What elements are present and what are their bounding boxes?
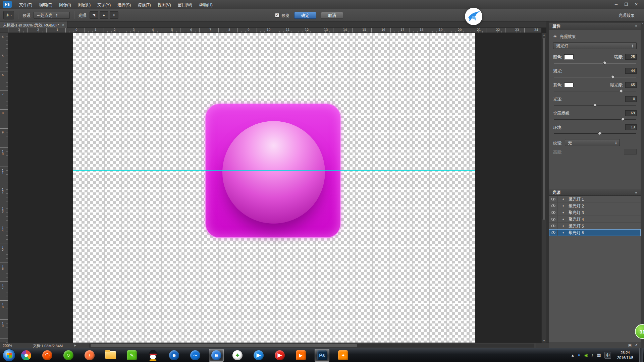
new-light-icon[interactable]: ▣: [628, 343, 631, 347]
ie-icon[interactable]: e: [167, 349, 181, 362]
explorer-folder-icon[interactable]: [103, 349, 118, 362]
scroll-down-icon[interactable]: ▼: [542, 340, 546, 342]
scroll-up-icon[interactable]: ▲: [542, 34, 546, 36]
stepper-icon[interactable]: ▲▼: [632, 44, 634, 48]
light-item-4[interactable]: ♦ 聚光灯 4: [549, 216, 641, 223]
thunder-tray-icon[interactable]: ✦: [577, 353, 581, 358]
metallic-value-field[interactable]: 69: [625, 110, 637, 116]
exposure-value-field[interactable]: 65: [625, 82, 637, 88]
start-button[interactable]: [3, 349, 15, 362]
firefox-icon[interactable]: ◗: [82, 349, 97, 362]
properties-panel-header[interactable]: 属性 ≡: [549, 23, 641, 29]
minimize-button[interactable]: ─: [611, 1, 621, 8]
light-type-dropdown[interactable]: 聚光灯 ▲▼: [553, 42, 637, 49]
light-item-2[interactable]: ♦ 聚光灯 2: [549, 202, 641, 209]
thunder-floating-icon[interactable]: [465, 7, 483, 25]
lighting-tool-icon[interactable]: ☀ ▾: [3, 11, 14, 19]
thunder-taskbar-icon[interactable]: ∼: [188, 349, 203, 362]
menu-item-3[interactable]: 图层(L): [74, 0, 94, 9]
horizontal-scrollbar[interactable]: [89, 344, 534, 348]
menu-item-5[interactable]: 选择(S): [114, 0, 134, 9]
ambience-value-field[interactable]: 13: [625, 124, 637, 130]
storm-player-icon[interactable]: ◠: [40, 349, 55, 362]
intensity-value-field[interactable]: 25: [625, 54, 637, 60]
light-item-6[interactable]: ♦ 聚光灯 6: [549, 229, 641, 236]
light-type-0-icon[interactable]: ◥: [90, 11, 98, 19]
maximize-button[interactable]: ❐: [621, 1, 631, 8]
gloss-value-field[interactable]: 0: [625, 96, 637, 102]
gloss-slider[interactable]: [554, 103, 636, 108]
lights-panel-header[interactable]: 光源 ≡: [549, 189, 641, 196]
stepper-icon[interactable]: ▲▼: [615, 141, 617, 145]
menu-item-4[interactable]: 文字(Y): [94, 0, 114, 9]
preview-checkbox-group[interactable]: ✓ 预览: [275, 12, 289, 18]
panel-menu-icon[interactable]: ≡: [635, 190, 637, 194]
preview-checkbox[interactable]: ✓: [275, 13, 279, 17]
menu-item-2[interactable]: 图像(I): [56, 0, 74, 9]
visibility-eye-icon[interactable]: [549, 196, 558, 202]
kankan-icon[interactable]: ▶: [293, 349, 308, 362]
delete-light-icon[interactable]: ✗: [635, 343, 638, 347]
exposure-color-swatch[interactable]: [564, 82, 574, 87]
document-tab[interactable]: 未标题-1 @ 200% (光效, RGB/8) * ×: [0, 21, 67, 28]
hotspot-slider[interactable]: [554, 75, 636, 79]
exposure-slider[interactable]: [554, 89, 636, 94]
canvas[interactable]: [73, 33, 475, 343]
blue-player-icon[interactable]: ▶: [251, 349, 266, 362]
intensity-slider[interactable]: [554, 61, 636, 65]
menu-item-0[interactable]: 文件(F): [16, 0, 36, 9]
media-pinwheel-icon[interactable]: [19, 349, 34, 362]
light-item-1[interactable]: ♦ 聚光灯 1: [549, 196, 641, 202]
hotspot-value-field[interactable]: 44: [625, 68, 637, 74]
light-item-3[interactable]: ♦ 聚光灯 3: [549, 209, 641, 216]
ambience-slider[interactable]: [554, 131, 636, 136]
show-desktop-button[interactable]: [639, 348, 643, 362]
vertical-scroll-thumb[interactable]: [542, 38, 546, 220]
status-menu-arrow-icon[interactable]: ▶: [74, 344, 76, 347]
light-item-5[interactable]: ♦ 聚光灯 5: [549, 223, 641, 229]
panel-collapse-strip[interactable]: «: [641, 21, 644, 348]
volume-tray-icon[interactable]: ♪: [591, 353, 594, 358]
cancel-button[interactable]: 取消: [321, 12, 343, 19]
ime-language-indicator[interactable]: 中: [604, 352, 611, 359]
visibility-eye-icon[interactable]: [549, 229, 558, 236]
lighting-effect-icon: ☀: [553, 34, 557, 39]
menu-item-9[interactable]: 帮助(H): [196, 0, 216, 9]
photoshop-icon[interactable]: Ps: [315, 349, 329, 362]
menu-item-6[interactable]: 滤镜(T): [134, 0, 154, 9]
paw-icon[interactable]: ♣: [230, 349, 245, 362]
visibility-eye-icon[interactable]: [549, 202, 558, 209]
safety-tray-icon[interactable]: ◉: [584, 353, 588, 358]
vertical-scrollbar[interactable]: ▲ ▼: [541, 33, 546, 343]
stepper-icon[interactable]: ▲▼: [56, 13, 58, 17]
notes-icon[interactable]: ✎: [124, 349, 139, 362]
visibility-eye-icon[interactable]: [549, 216, 558, 222]
green-browser-icon[interactable]: ○: [61, 349, 76, 362]
document-window: 未标题-1 @ 200% (光效, RGB/8) * × 32101234567…: [0, 21, 549, 348]
ok-button[interactable]: 确定: [294, 12, 316, 19]
visibility-eye-icon[interactable]: [549, 223, 558, 229]
red-player-icon[interactable]: ▶: [272, 349, 287, 362]
texture-dropdown[interactable]: 无 ▲▼: [565, 139, 620, 146]
close-button[interactable]: ✕: [631, 1, 641, 8]
preset-dropdown[interactable]: 三处点光 ▲▼: [34, 12, 70, 19]
light-type-2-icon[interactable]: ☀: [110, 11, 118, 19]
visibility-eye-icon[interactable]: [549, 209, 558, 216]
qq-penguin-icon[interactable]: [146, 349, 160, 362]
orange-app-icon[interactable]: ✦: [336, 349, 351, 362]
metallic-slider[interactable]: [554, 117, 636, 122]
intensity-color-swatch[interactable]: [564, 54, 574, 59]
menu-item-7[interactable]: 视图(V): [154, 0, 174, 9]
horizontal-scroll-thumb[interactable]: [90, 344, 357, 347]
zoom-level[interactable]: 200%: [0, 344, 23, 348]
tab-close-icon[interactable]: ×: [62, 23, 64, 27]
magenta-rounded-square[interactable]: [205, 104, 341, 238]
taskbar-clock[interactable]: 23:24 2016/11/5: [614, 350, 636, 360]
tray-expand-icon[interactable]: ▴: [572, 353, 574, 358]
panel-menu-icon[interactable]: ≡: [635, 24, 637, 28]
light-type-1-icon[interactable]: ●: [100, 11, 108, 19]
menu-item-8[interactable]: 窗口(W): [174, 0, 196, 9]
menu-item-1[interactable]: 编辑(E): [36, 0, 56, 9]
network-tray-icon[interactable]: ▦: [597, 353, 601, 358]
ie-window-icon[interactable]: e: [209, 349, 224, 362]
